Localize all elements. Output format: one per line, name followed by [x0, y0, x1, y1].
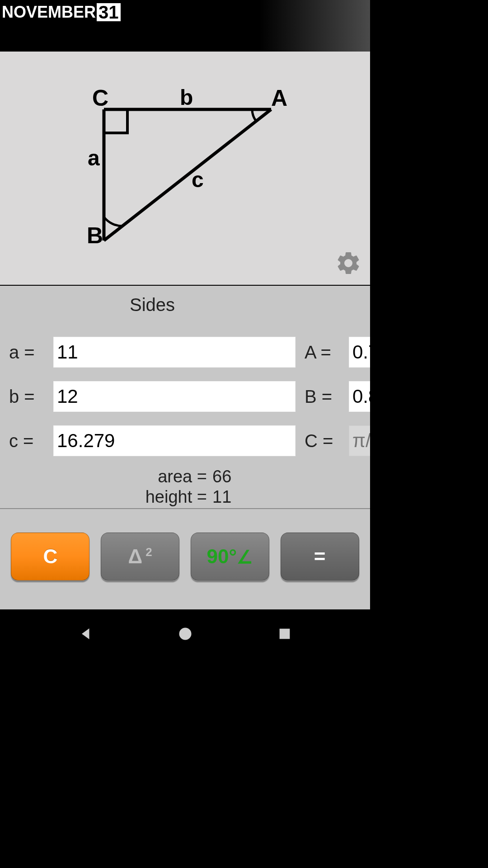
action-buttons: C Δ 2 90°∠ = [0, 509, 370, 604]
vertex-B-label: B [87, 223, 103, 248]
svg-rect-4 [279, 629, 290, 639]
back-button[interactable] [78, 626, 94, 642]
side-b-label: b = [9, 387, 52, 407]
area-label: area = [9, 467, 212, 486]
gear-icon [335, 250, 362, 277]
angle-symbol-icon: ∠ [237, 547, 253, 567]
delta-button-text: Δ [128, 545, 142, 567]
angle-B-label: B = [305, 387, 347, 407]
area-value: 66 [212, 467, 361, 486]
side-c-label: c = [9, 431, 52, 451]
delta-button-sup: 2 [142, 545, 152, 559]
vertex-A-label: A [271, 87, 287, 111]
side-a-label: a = [9, 342, 52, 363]
sides-column: Sides a = b = c = [9, 293, 296, 456]
side-c-input[interactable] [53, 425, 296, 456]
system-navbar [0, 609, 370, 658]
side-a-label: a [88, 146, 100, 170]
side-a-input[interactable] [53, 337, 296, 368]
app-header: NOVEMBER 31 [0, 0, 370, 52]
equals-button[interactable]: = [281, 533, 359, 580]
svg-line-2 [104, 109, 271, 241]
svg-point-3 [179, 628, 192, 640]
inputs-panel: Sides a = b = c = Angles (rad) A = [0, 286, 370, 509]
angles-header: Angles (rad) [305, 295, 370, 315]
results-section: area = 66 height = 11 [9, 467, 361, 507]
home-button[interactable] [177, 626, 193, 642]
angle-C-label: C = [305, 431, 347, 451]
clear-button[interactable]: C [11, 533, 89, 580]
recent-button[interactable] [277, 626, 292, 642]
triangle-svg: C b A a c B [81, 87, 289, 250]
angles-column: Angles (rad) A = B = C = [305, 293, 370, 456]
sides-header: Sides [9, 295, 296, 315]
angle-A-input[interactable] [349, 337, 370, 368]
delta-button[interactable]: Δ 2 [101, 533, 179, 580]
angle-A-label: A = [305, 342, 347, 363]
angle-B-input[interactable] [349, 381, 370, 412]
height-label: height = [9, 487, 212, 507]
right-angle-text: 90° [207, 545, 237, 567]
triangle-diagram: C b A a c B [0, 52, 370, 286]
side-b-label: b [180, 87, 193, 109]
spacer [0, 604, 370, 609]
side-b-input[interactable] [53, 381, 296, 412]
brand-logo: NOVEMBER 31 [2, 3, 121, 22]
vertex-C-label: C [92, 87, 108, 111]
right-angle-button[interactable]: 90°∠ [191, 533, 269, 580]
brand-day: 31 [97, 3, 121, 21]
side-c-label: c [192, 168, 204, 192]
settings-button[interactable] [335, 250, 362, 277]
angle-C-input [349, 425, 370, 456]
brand-month: NOVEMBER [2, 3, 96, 22]
height-value: 11 [212, 487, 361, 507]
